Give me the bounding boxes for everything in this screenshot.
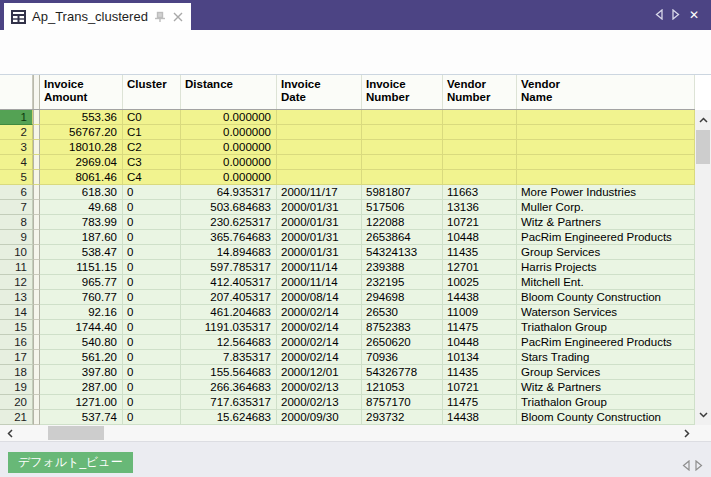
- cell-cluster[interactable]: C1: [123, 125, 181, 140]
- cell-invoice_no[interactable]: 239388: [362, 260, 443, 275]
- row-marker-cell[interactable]: [33, 215, 40, 230]
- cell-distance[interactable]: 412.405317: [181, 275, 277, 290]
- cell-vendor_no[interactable]: 14438: [443, 410, 517, 425]
- cell-vendor_name[interactable]: Waterson Services: [517, 305, 695, 320]
- cell-vendor_name[interactable]: Group Services: [517, 245, 695, 260]
- cell-cluster[interactable]: C4: [123, 170, 181, 185]
- cell-vendor_name[interactable]: Witz & Partners: [517, 215, 695, 230]
- row-number-cell[interactable]: 19: [0, 380, 33, 395]
- next-tab-icon[interactable]: [672, 6, 680, 24]
- cell-distance[interactable]: 15.624683: [181, 410, 277, 425]
- cell-vendor_name[interactable]: [517, 140, 695, 155]
- cell-invoice_no[interactable]: [362, 110, 443, 125]
- cell-cluster[interactable]: 0: [123, 380, 181, 395]
- row-number-cell[interactable]: 6: [0, 185, 33, 200]
- cell-vendor_name[interactable]: [517, 155, 695, 170]
- row-number-cell[interactable]: 18: [0, 365, 33, 380]
- row-marker-cell[interactable]: [33, 365, 40, 380]
- scroll-up-icon[interactable]: [695, 112, 711, 128]
- cell-cluster[interactable]: 0: [123, 260, 181, 275]
- cell-distance[interactable]: 365.764683: [181, 230, 277, 245]
- cell-invoice_no[interactable]: [362, 125, 443, 140]
- vertical-scrollbar-thumb[interactable]: [696, 130, 710, 164]
- cell-invoice_no[interactable]: 232195: [362, 275, 443, 290]
- cell-date[interactable]: 2000/01/31: [277, 215, 362, 230]
- row-number-cell[interactable]: 3: [0, 140, 33, 155]
- cell-invoice_no[interactable]: 517506: [362, 200, 443, 215]
- row-number-cell[interactable]: 9: [0, 230, 33, 245]
- cell-amount[interactable]: 537.74: [40, 410, 123, 425]
- row-marker-cell[interactable]: [33, 245, 40, 260]
- row-number-cell[interactable]: 1: [0, 110, 33, 125]
- row-number-cell[interactable]: 20: [0, 395, 33, 410]
- cell-vendor_name[interactable]: Muller Corp.: [517, 200, 695, 215]
- cell-invoice_no[interactable]: 121053: [362, 380, 443, 395]
- cell-distance[interactable]: 266.364683: [181, 380, 277, 395]
- row-marker-cell[interactable]: [33, 185, 40, 200]
- cell-invoice_no[interactable]: 54324133: [362, 245, 443, 260]
- row-marker-cell[interactable]: [33, 350, 40, 365]
- cell-date[interactable]: 2000/12/01: [277, 365, 362, 380]
- horizontal-scrollbar-thumb[interactable]: [48, 426, 104, 440]
- prev-view-icon[interactable]: [682, 457, 690, 475]
- cell-cluster[interactable]: C0: [123, 110, 181, 125]
- cell-distance[interactable]: 64.935317: [181, 185, 277, 200]
- row-marker-cell[interactable]: [33, 170, 40, 185]
- cell-date[interactable]: 2000/02/14: [277, 320, 362, 335]
- cell-vendor_name[interactable]: Harris Projects: [517, 260, 695, 275]
- cell-date[interactable]: 2000/11/14: [277, 260, 362, 275]
- cell-date[interactable]: 2000/09/30: [277, 410, 362, 425]
- cell-amount[interactable]: 92.16: [40, 305, 123, 320]
- cell-date[interactable]: 2000/08/14: [277, 290, 362, 305]
- cell-distance[interactable]: 717.635317: [181, 395, 277, 410]
- cell-date[interactable]: [277, 125, 362, 140]
- row-number-cell[interactable]: 5: [0, 170, 33, 185]
- cell-distance[interactable]: 0.000000: [181, 125, 277, 140]
- cell-amount[interactable]: 965.77: [40, 275, 123, 290]
- row-number-cell[interactable]: 8: [0, 215, 33, 230]
- cell-vendor_name[interactable]: [517, 125, 695, 140]
- cell-cluster[interactable]: 0: [123, 245, 181, 260]
- row-number-cell[interactable]: 4: [0, 155, 33, 170]
- row-number-cell[interactable]: 10: [0, 245, 33, 260]
- cell-vendor_no[interactable]: 11475: [443, 395, 517, 410]
- cell-cluster[interactable]: 0: [123, 275, 181, 290]
- next-view-icon[interactable]: [695, 457, 703, 475]
- cell-vendor_name[interactable]: Bloom County Construction: [517, 410, 695, 425]
- tab-close-icon[interactable]: [173, 12, 183, 22]
- cell-invoice_no[interactable]: [362, 155, 443, 170]
- cell-date[interactable]: 2000/11/14: [277, 275, 362, 290]
- cell-cluster[interactable]: 0: [123, 350, 181, 365]
- cell-distance[interactable]: 230.625317: [181, 215, 277, 230]
- cell-distance[interactable]: 597.785317: [181, 260, 277, 275]
- row-number-cell[interactable]: 2: [0, 125, 33, 140]
- cell-vendor_name[interactable]: PacRim Engineered Products: [517, 230, 695, 245]
- cell-vendor_name[interactable]: More Power Industries: [517, 185, 695, 200]
- cell-vendor_no[interactable]: [443, 140, 517, 155]
- cell-invoice_no[interactable]: 2653864: [362, 230, 443, 245]
- column-header-vendor_name[interactable]: Vendor Name: [517, 75, 695, 109]
- cell-date[interactable]: [277, 170, 362, 185]
- cell-vendor_name[interactable]: Group Services: [517, 365, 695, 380]
- cell-amount[interactable]: 783.99: [40, 215, 123, 230]
- cell-vendor_no[interactable]: 13136: [443, 200, 517, 215]
- cell-invoice_no[interactable]: 26530: [362, 305, 443, 320]
- cell-invoice_no[interactable]: 8752383: [362, 320, 443, 335]
- document-tab[interactable]: Ap_Trans_clustered: [4, 3, 191, 30]
- cell-distance[interactable]: 0.000000: [181, 140, 277, 155]
- cell-vendor_name[interactable]: Bloom County Construction: [517, 290, 695, 305]
- row-marker-cell[interactable]: [33, 155, 40, 170]
- cell-date[interactable]: 2000/02/14: [277, 335, 362, 350]
- cell-vendor_no[interactable]: [443, 110, 517, 125]
- cell-vendor_no[interactable]: 10721: [443, 215, 517, 230]
- cell-invoice_no[interactable]: 5981807: [362, 185, 443, 200]
- cell-amount[interactable]: 287.00: [40, 380, 123, 395]
- cell-cluster[interactable]: 0: [123, 395, 181, 410]
- cell-invoice_no[interactable]: 2650620: [362, 335, 443, 350]
- cell-cluster[interactable]: 0: [123, 305, 181, 320]
- row-marker-cell[interactable]: [33, 275, 40, 290]
- row-marker-cell[interactable]: [33, 395, 40, 410]
- cell-amount[interactable]: 561.20: [40, 350, 123, 365]
- row-number-cell[interactable]: 12: [0, 275, 33, 290]
- row-marker-cell[interactable]: [33, 305, 40, 320]
